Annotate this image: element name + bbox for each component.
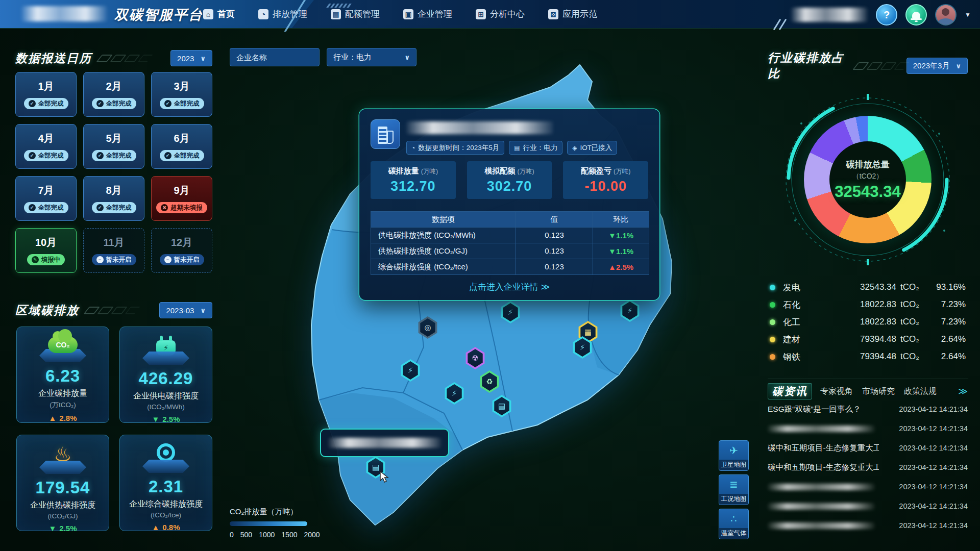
server-rack-icon: ≣ — [729, 475, 738, 494]
month-card-apr[interactable]: 4月 ✔全部完成 — [15, 124, 77, 169]
check-icon: ✔ — [29, 152, 36, 159]
month-card-dec[interactable]: 12月 −暂未开启 — [151, 228, 212, 273]
stat-value: 2.31 — [149, 477, 183, 496]
target-icon — [157, 443, 175, 462]
nav-item-emission[interactable]: ◔ 排放管理 — [258, 8, 307, 20]
stat-card-composite-intensity[interactable]: 2.31 企业综合碳排放强度 (tCO₂/tce) ▲0.8% — [119, 435, 212, 531]
popup-badges: ◔数据更新时间：2023年5月 ▤行业：电力 ◈IOT已接入 — [406, 141, 617, 155]
building-icon — [371, 119, 400, 149]
nav-item-enterprise[interactable]: ▣ 企业管理 — [403, 8, 452, 20]
gauge-icon: ◔ — [258, 9, 268, 19]
lightning-icon: ⚡ — [627, 306, 633, 315]
check-icon: ✔ — [164, 152, 172, 159]
legend-row[interactable]: 发电32543.34tCO₂93.16% — [770, 279, 966, 296]
month-card-aug[interactable]: 8月 ✔全部完成 — [83, 176, 144, 221]
dashboard-root: 双碳智服平台 ⌂ 首页 ◔ 排放管理 ▤ 配额管理 ▣ 企业管理 ⊞ 分析中心 — [0, 0, 980, 551]
news-more-link[interactable]: ≫ — [958, 386, 968, 397]
stat-value: 179.54 — [36, 478, 90, 497]
industry-period-select[interactable]: 2023年3月 ∨ — [906, 58, 968, 74]
month-card-jun[interactable]: 6月 ✔全部完成 — [151, 124, 212, 169]
recycle-icon: ♻ — [486, 377, 493, 386]
check-icon: ✔ — [96, 152, 104, 159]
nav-item-label: 排放管理 — [273, 8, 307, 20]
news-item-redacted[interactable]: 2023-04-12 14:21:34 — [768, 496, 968, 516]
month-card-mar[interactable]: 3月 ✔全部完成 — [151, 72, 212, 117]
regional-header: 区域碳排放 2023-03 ∨ — [15, 302, 212, 318]
help-button[interactable]: ? — [876, 4, 897, 26]
stat-card-power-intensity[interactable]: ⚡ 426.29 企业供电碳排强度 (tCO₂/MWh) ▼2.5% — [119, 327, 212, 423]
company-search-input[interactable] — [230, 48, 320, 66]
legend-row[interactable]: 钢铁79394.48tCO₂2.64% — [770, 348, 966, 365]
month-card-feb[interactable]: 2月 ✔全部完成 — [83, 72, 144, 117]
nav-item-home[interactable]: ⌂ 首页 — [203, 8, 235, 20]
layer-button-ghg[interactable]: ∴ 温室气体 — [719, 509, 749, 539]
news-item[interactable]: 碳中和五期项目-生态修复重大工程2023-04-12 14:21:34 — [768, 458, 968, 477]
status-badge: −暂未开启 — [92, 254, 136, 265]
legend-row[interactable]: 建材79394.48tCO₂2.64% — [770, 331, 966, 348]
legend-row[interactable]: 石化18022.83tCO₂7.23% — [770, 296, 966, 313]
nav-item-analysis[interactable]: ⊞ 分析中心 — [476, 8, 525, 20]
status-badge: ✔全部完成 — [92, 150, 136, 161]
layer-button-satellite[interactable]: ✈ 卫星地图 — [719, 440, 749, 471]
enterprise-detail-link[interactable]: 点击进入企业详情 ≫ — [359, 281, 659, 293]
industry-header: 行业碳排放占比 2023年3月 ∨ — [768, 50, 968, 82]
stat-card-heat-intensity[interactable]: ♨ 179.54 企业供热碳排强度 (tCO₂/GJ) ▼2.5% — [16, 435, 109, 531]
legend-dot — [770, 302, 775, 308]
tooltip-text-redacted — [328, 438, 441, 448]
nav-item-quota[interactable]: ▤ 配额管理 — [331, 8, 380, 20]
news-item[interactable]: ESG跟“双碳”是一回事么？2023-04-12 14:21:34 — [768, 399, 968, 419]
tab-market[interactable]: 市场研究 — [862, 386, 895, 397]
month-card-nov[interactable]: 11月 −暂未开启 — [83, 228, 144, 273]
news-item-redacted[interactable]: 2023-04-12 14:21:34 — [768, 516, 968, 535]
news-item-redacted[interactable]: 2023-04-12 14:21:34 — [768, 477, 968, 496]
document-icon: ▤ — [372, 463, 379, 472]
news-title-redacted — [768, 484, 875, 490]
tab-policy[interactable]: 政策法规 — [904, 386, 937, 397]
status-badge: ✔全部完成 — [160, 98, 204, 109]
main-nav: ⌂ 首页 ◔ 排放管理 ▤ 配额管理 ▣ 企业管理 ⊞ 分析中心 ⊠ 应用示范 — [203, 0, 597, 28]
tab-expert[interactable]: 专家视角 — [820, 386, 853, 397]
regional-period-select[interactable]: 2023-03 ∨ — [159, 302, 212, 318]
stat-card-emission[interactable]: CO₂ 6.23 企业碳排放量 (万tCO₂) ▲2.8% — [16, 327, 109, 423]
status-badge: ✖超期未填报 — [156, 202, 207, 213]
update-time-badge: ◔数据更新时间：2023年5月 — [406, 141, 504, 155]
chevron-down-icon[interactable]: ▼ — [965, 11, 971, 18]
user-avatar[interactable] — [935, 4, 957, 26]
arrow-up-icon: ▲ — [152, 523, 159, 532]
stat-value: 426.29 — [139, 369, 193, 388]
icon-pedestal — [142, 460, 189, 473]
regional-stat-cards: CO₂ 6.23 企业碳排放量 (万tCO₂) ▲2.8% ⚡ 426.29 企… — [16, 327, 212, 531]
arrow-down-icon: ▼ — [608, 247, 616, 256]
arrow-down-icon: ▼ — [48, 524, 56, 533]
news-item[interactable]: 碳中和五期项目-生态修复重大工程...2023-04-12 14:21:34 — [768, 438, 968, 458]
month-card-sep[interactable]: 9月 ✖超期未填报 — [151, 176, 212, 221]
month-card-may[interactable]: 5月 ✔全部完成 — [83, 124, 144, 169]
nav-item-label: 分析中心 — [490, 8, 525, 20]
month-card-oct[interactable]: 10月 ✎填报中 — [15, 228, 77, 273]
chevron-down-icon: ∨ — [404, 54, 410, 61]
notifications-button[interactable] — [905, 4, 927, 26]
chevron-down-icon: ∨ — [200, 307, 206, 314]
nav-item-demo[interactable]: ⊠ 应用示范 — [548, 8, 597, 20]
legend-row[interactable]: 化工18022.83tCO₂7.23% — [770, 313, 966, 331]
industry-title: 行业碳排放占比 — [768, 50, 906, 82]
lightning-icon: ⚡ — [508, 308, 513, 317]
title-decoration — [855, 62, 906, 70]
month-card-jan[interactable]: 1月 ✔全部完成 — [15, 72, 77, 117]
month-card-jul[interactable]: 7月 ✔全部完成 — [15, 176, 77, 221]
mouse-cursor — [379, 470, 390, 484]
check-icon: ✔ — [96, 204, 104, 211]
nav-item-label: 配额管理 — [345, 8, 380, 20]
calendar-year-select[interactable]: 2023 ∨ — [170, 50, 212, 66]
app-title: 双碳智服平台 — [114, 6, 203, 24]
edit-icon: ✎ — [32, 256, 39, 263]
nav-right: ? ▼ — [791, 4, 971, 26]
layer-button-operating[interactable]: ≣ 工况地图 — [719, 474, 749, 505]
news-item-redacted[interactable]: 2023-04-12 14:21:34 — [768, 419, 968, 438]
status-badge: ✔全部完成 — [24, 98, 68, 109]
industry-select[interactable]: 行业：电力 ∨ — [327, 48, 416, 66]
change-indicator: ▲2.8% — [48, 414, 77, 422]
lightning-icon: ⚡ — [408, 366, 413, 375]
document-icon: ▤ — [498, 402, 505, 411]
status-badge: ✔全部完成 — [92, 98, 136, 109]
